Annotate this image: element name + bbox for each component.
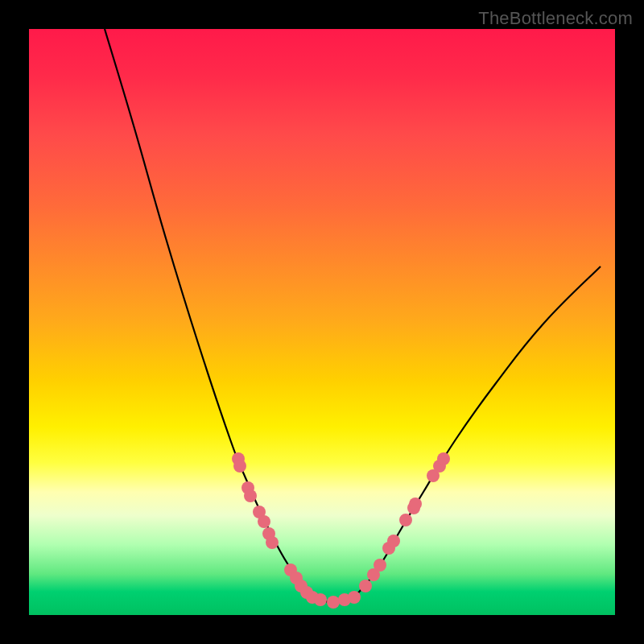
data-point	[266, 536, 279, 549]
data-point	[258, 515, 270, 528]
data-point	[327, 596, 340, 609]
data-point	[359, 580, 372, 592]
bottleneck-curve-svg	[29, 29, 615, 615]
watermark-text: TheBottleneck.com	[478, 8, 633, 29]
data-point	[244, 489, 257, 502]
data-point	[437, 452, 450, 465]
data-point	[409, 497, 422, 510]
highlighted-points-group	[232, 452, 450, 609]
data-point	[233, 460, 246, 473]
data-point	[387, 535, 400, 547]
bottleneck-curve-path	[105, 29, 601, 602]
data-point	[348, 591, 361, 604]
bottleneck-chart-plot-area	[29, 29, 615, 615]
data-point	[374, 559, 386, 572]
data-point	[314, 593, 327, 606]
data-point	[399, 514, 412, 526]
